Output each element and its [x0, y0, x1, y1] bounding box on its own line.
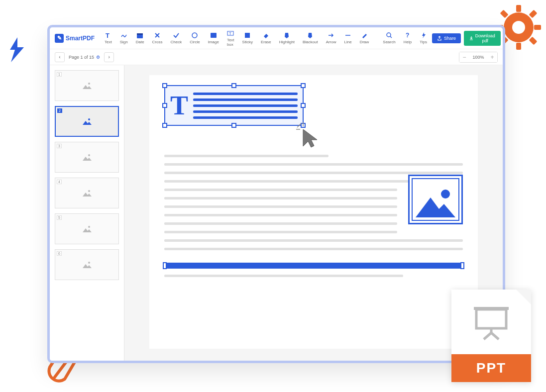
download-button[interactable]: Download pdf [464, 31, 501, 46]
tool-image[interactable]: Image [205, 30, 222, 46]
resize-handle-icon[interactable] [162, 83, 167, 88]
brand-logo[interactable]: ✎ SmartPDF [55, 34, 95, 43]
resize-handle-icon[interactable] [301, 103, 306, 108]
svg-point-21 [88, 118, 90, 120]
calendar-icon [136, 32, 143, 39]
mountain-image-icon [413, 185, 458, 220]
tool-erase[interactable]: Erase [258, 30, 274, 46]
image-placeholder-icon [82, 153, 93, 162]
tool-textbox[interactable]: TText box [224, 28, 237, 48]
svg-text:T: T [106, 32, 109, 39]
workspace: 1 2 3 4 5 6 T [50, 65, 503, 361]
svg-point-22 [88, 154, 90, 156]
blackout-icon [307, 32, 314, 39]
sub-toolbar: ‹ Page 1 of 15 ⚙ › − 100% + [50, 49, 503, 65]
svg-rect-15 [245, 33, 250, 38]
page-settings-icon[interactable]: ⚙ [96, 55, 100, 60]
svg-rect-0 [516, 5, 521, 12]
check-icon [173, 32, 180, 39]
svg-rect-5 [529, 10, 538, 18]
tool-sign[interactable]: Sign [117, 30, 131, 46]
textbox-icon: T [227, 30, 234, 37]
svg-point-23 [88, 190, 90, 192]
text-dropcap: T [170, 92, 188, 119]
zoom-in-button[interactable]: + [487, 52, 497, 62]
brand-text: SmartPDF [66, 35, 95, 42]
search-icon [386, 32, 393, 39]
share-icon [437, 36, 442, 41]
bolt-icon [420, 32, 427, 39]
eraser-icon [262, 32, 269, 39]
resize-handle-icon[interactable] [162, 103, 167, 108]
thumbnail-5[interactable]: 5 [55, 213, 119, 244]
tool-line[interactable]: Line [341, 30, 355, 46]
svg-line-34 [491, 333, 499, 339]
image-element[interactable] [408, 175, 463, 224]
tool-sticky[interactable]: Sticky [239, 30, 256, 46]
text-content-lines [193, 93, 298, 119]
line-icon [344, 32, 351, 39]
resize-handle-icon[interactable] [163, 262, 167, 269]
highlight-icon [283, 32, 290, 39]
image-placeholder-icon [82, 189, 93, 197]
image-icon [210, 32, 217, 39]
tool-arrow[interactable]: Arrow [323, 30, 339, 46]
zoom-control: − 100% + [459, 52, 498, 63]
thumbnails-sidebar: 1 2 3 4 5 6 [50, 65, 124, 361]
text-selection-box[interactable]: T [164, 85, 304, 126]
cursor-pointer-icon [296, 122, 321, 150]
tool-text[interactable]: TText [102, 30, 115, 46]
tool-check[interactable]: Check [168, 30, 185, 46]
tool-circle[interactable]: Circle [187, 30, 203, 46]
zoom-value: 100% [469, 55, 487, 60]
share-button[interactable]: Share [432, 33, 461, 43]
resize-handle-icon[interactable] [460, 262, 464, 269]
thumbnail-1[interactable]: 1 [55, 70, 119, 101]
thumbnail-4[interactable]: 4 [55, 178, 119, 208]
resize-handle-icon[interactable] [301, 83, 306, 88]
tool-draw[interactable]: Draw [357, 30, 372, 46]
ppt-label: PPT [451, 354, 531, 382]
main-toolbar: ✎ SmartPDF TText Sign Date Cross Check C… [50, 27, 503, 49]
thumbnail-6[interactable]: 6 [55, 249, 119, 280]
sign-icon [120, 32, 127, 39]
tool-cross[interactable]: Cross [149, 30, 166, 46]
resize-handle-icon[interactable] [301, 123, 306, 128]
selected-line-element[interactable] [164, 263, 463, 269]
canvas-area[interactable]: T [124, 65, 503, 361]
svg-line-33 [484, 333, 491, 339]
ppt-file-badge: PPT [451, 290, 531, 382]
resize-handle-icon[interactable] [231, 83, 236, 88]
tool-date[interactable]: Date [133, 30, 147, 46]
text-icon: T [105, 32, 111, 39]
tool-search[interactable]: Search [380, 30, 398, 46]
presentation-icon [471, 302, 511, 342]
zoom-out-button[interactable]: − [459, 52, 469, 62]
document-page[interactable]: T [149, 75, 478, 349]
pencil-icon [361, 32, 368, 39]
page-indicator: Page 1 of 15 ⚙ [69, 55, 100, 60]
svg-rect-30 [476, 309, 506, 328]
svg-point-25 [88, 262, 90, 264]
thumbnail-3[interactable]: 3 [55, 142, 119, 173]
resize-handle-icon[interactable] [162, 123, 167, 128]
sticky-icon [244, 32, 251, 39]
svg-rect-3 [534, 25, 541, 30]
tool-tips[interactable]: Tips [417, 30, 430, 46]
svg-rect-7 [529, 37, 538, 45]
svg-point-24 [88, 226, 90, 228]
image-placeholder-icon [82, 260, 93, 269]
svg-point-11 [192, 33, 197, 38]
tool-help[interactable]: ?Help [401, 30, 415, 46]
help-icon: ? [404, 32, 411, 39]
resize-handle-icon[interactable] [231, 123, 236, 128]
circle-icon [191, 32, 198, 39]
prev-page-button[interactable]: ‹ [55, 52, 65, 62]
tool-highlight[interactable]: Highlight [276, 30, 298, 46]
brand-icon: ✎ [55, 34, 64, 43]
tool-blackout[interactable]: Blackout [300, 30, 321, 46]
svg-text:?: ? [406, 32, 409, 39]
next-page-button[interactable]: › [104, 52, 114, 62]
image-placeholder-icon [82, 224, 93, 233]
thumbnail-2[interactable]: 2 [55, 106, 119, 137]
